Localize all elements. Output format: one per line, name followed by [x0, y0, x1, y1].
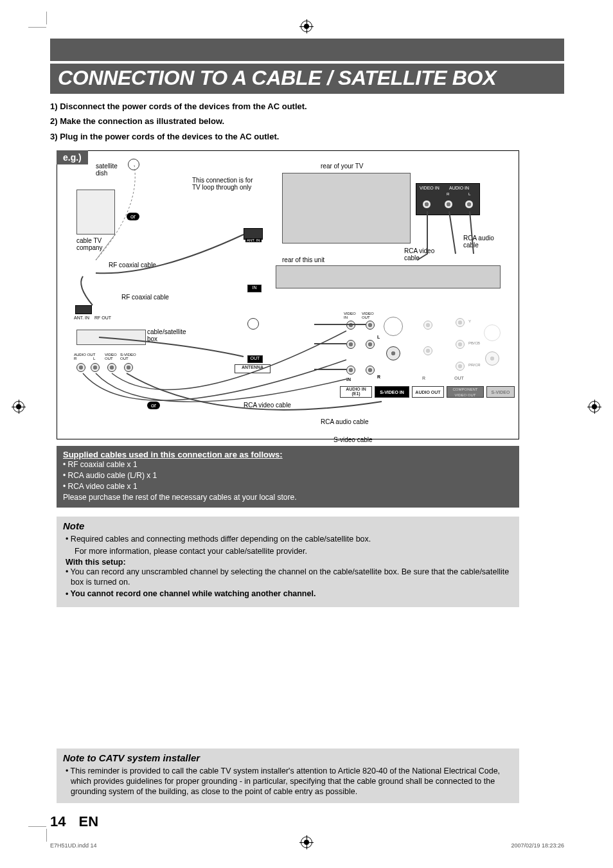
footer-left: E7H51UD.indd 14	[50, 842, 97, 849]
registration-mark-left	[13, 401, 24, 412]
note-heading: Note	[63, 520, 513, 531]
crop-mark	[46, 829, 47, 842]
cable-lines-icon	[57, 151, 520, 440]
diagram-contents: satellite dish cable TV company or RF co…	[57, 151, 519, 439]
supplied-item-1: • RF coaxial cable x 1	[63, 459, 513, 470]
step-3: 3) Plug in the power cords of the device…	[50, 129, 564, 144]
catv-note-box: Note to CATV system installer • This rem…	[57, 748, 519, 804]
page-lang: EN	[79, 813, 99, 829]
note-bullet-2: • You can record any unscrambled channel…	[63, 567, 513, 588]
catv-bullet-1: • This reminder is provided to call the …	[63, 766, 513, 797]
header-band	[50, 39, 564, 61]
instruction-steps: 1) Disconnect the power cords of the dev…	[50, 94, 564, 150]
crop-mark	[46, 12, 47, 24]
page-content: CONNECTION TO A CABLE / SATELLITE BOX 1)…	[50, 39, 564, 830]
step-1: 1) Disconnect the power cords of the dev…	[50, 99, 564, 114]
page-number-area: 14 EN	[50, 813, 564, 830]
supplied-title: Supplied cables used in this connection …	[63, 450, 513, 459]
supplied-purchase-note: Please purchase the rest of the necessar…	[63, 492, 513, 503]
footer-right: 2007/02/19 18:23:26	[511, 842, 564, 849]
supplied-item-2: • RCA audio cable (L/R) x 1	[63, 470, 513, 481]
registration-mark-right	[589, 401, 600, 412]
page-title: CONNECTION TO A CABLE / SATELLITE BOX	[50, 64, 564, 94]
supplied-cables-box: Supplied cables used in this connection …	[57, 446, 519, 508]
supplied-item-3: • RCA video cable x 1	[63, 481, 513, 492]
registration-mark-top	[301, 21, 312, 32]
note-bullet-1b: For more information, please contact you…	[63, 546, 513, 556]
note-box: Note • Required cables and connecting me…	[57, 517, 519, 607]
catv-heading: Note to CATV system installer	[63, 752, 513, 763]
print-footer: E7H51UD.indd 14 2007/02/19 18:23:26	[50, 842, 564, 849]
note-bullet-3: • You cannot record one channel while wa…	[63, 589, 513, 599]
crop-mark	[28, 826, 46, 827]
note-with-setup: With this setup:	[63, 558, 513, 567]
connection-diagram: e.g.) satellite dish cable TV company or…	[57, 150, 519, 439]
note-bullet-1: • Required cables and connecting methods…	[63, 534, 513, 544]
crop-mark	[28, 27, 46, 28]
page-number: 14	[50, 813, 66, 829]
step-2: 2) Make the connection as illustrated be…	[50, 114, 564, 128]
